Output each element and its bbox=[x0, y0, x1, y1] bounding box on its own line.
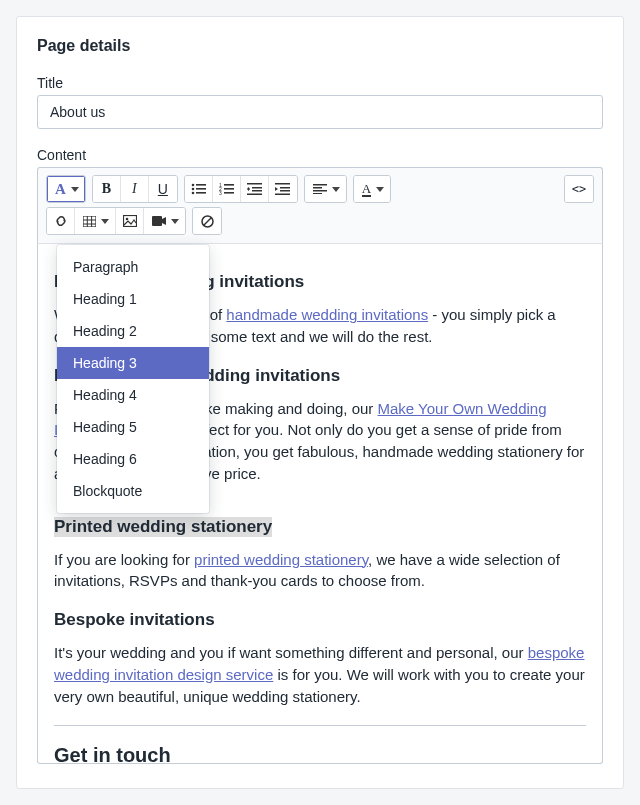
list-group: 123 bbox=[184, 175, 298, 203]
html-group: <> bbox=[564, 175, 594, 203]
svg-marker-14 bbox=[247, 189, 250, 191]
title-label: Title bbox=[37, 75, 603, 91]
bold-icon: B bbox=[102, 181, 111, 197]
svg-rect-1 bbox=[196, 184, 206, 186]
bold-button[interactable]: B bbox=[93, 176, 121, 202]
svg-text:3: 3 bbox=[219, 190, 222, 195]
image-icon bbox=[123, 215, 137, 227]
svg-rect-3 bbox=[196, 188, 206, 190]
chevron-down-icon bbox=[171, 219, 179, 224]
format-option[interactable]: Paragraph bbox=[57, 251, 209, 283]
svg-rect-18 bbox=[275, 183, 290, 185]
video-select[interactable] bbox=[144, 208, 185, 234]
italic-button[interactable]: I bbox=[121, 176, 149, 202]
svg-rect-9 bbox=[224, 188, 234, 190]
content-heading-selected: Printed wedding stationery bbox=[54, 517, 272, 537]
svg-rect-20 bbox=[280, 187, 290, 189]
align-group bbox=[304, 175, 347, 203]
format-a-icon: A bbox=[55, 182, 66, 197]
content-link[interactable]: handmade wedding invitations bbox=[226, 306, 428, 323]
block-icon bbox=[201, 215, 214, 228]
indent-button[interactable] bbox=[269, 176, 297, 202]
content-heading: Bespoke invitations bbox=[54, 610, 586, 630]
text-color-icon: A bbox=[362, 182, 371, 197]
chevron-down-icon bbox=[376, 187, 384, 192]
svg-rect-27 bbox=[83, 216, 96, 227]
link-icon bbox=[54, 214, 68, 228]
svg-rect-25 bbox=[313, 190, 327, 192]
svg-rect-22 bbox=[275, 194, 290, 196]
format-option[interactable]: Blockquote bbox=[57, 475, 209, 507]
chevron-down-icon bbox=[332, 187, 340, 192]
svg-point-4 bbox=[192, 192, 195, 195]
outdent-icon bbox=[247, 183, 262, 195]
svg-rect-11 bbox=[224, 192, 234, 194]
svg-marker-13 bbox=[247, 187, 250, 189]
svg-rect-17 bbox=[247, 194, 262, 196]
format-dropdown: ParagraphHeading 1Heading 2Heading 3Head… bbox=[57, 245, 209, 513]
svg-rect-26 bbox=[313, 193, 322, 194]
chevron-down-icon bbox=[71, 187, 79, 192]
svg-rect-5 bbox=[196, 192, 206, 194]
content-divider bbox=[54, 725, 586, 726]
underline-button[interactable]: U bbox=[149, 176, 177, 202]
table-icon bbox=[83, 216, 96, 227]
clear-group bbox=[192, 207, 222, 235]
format-group: A bbox=[46, 175, 86, 203]
svg-rect-16 bbox=[252, 190, 262, 192]
title-input[interactable] bbox=[37, 95, 603, 129]
svg-rect-12 bbox=[247, 183, 262, 185]
editor-toolbar: A B I U 123 bbox=[37, 167, 603, 244]
clear-format-button[interactable] bbox=[193, 208, 221, 234]
ordered-list-icon: 123 bbox=[219, 183, 234, 195]
bullet-list-button[interactable] bbox=[185, 176, 213, 202]
format-option[interactable]: Heading 4 bbox=[57, 379, 209, 411]
format-option[interactable]: Heading 2 bbox=[57, 315, 209, 347]
svg-rect-23 bbox=[313, 184, 327, 186]
svg-point-33 bbox=[125, 218, 128, 221]
video-icon bbox=[152, 216, 166, 226]
chevron-down-icon bbox=[101, 219, 109, 224]
format-option[interactable]: Heading 1 bbox=[57, 283, 209, 315]
text-color-select[interactable]: A bbox=[354, 176, 390, 202]
card-title: Page details bbox=[37, 37, 603, 55]
text-style-group: B I U bbox=[92, 175, 178, 203]
indent-icon bbox=[275, 183, 290, 195]
outdent-button[interactable] bbox=[241, 176, 269, 202]
image-button[interactable] bbox=[116, 208, 144, 234]
svg-rect-24 bbox=[313, 187, 322, 189]
svg-point-2 bbox=[192, 188, 195, 191]
format-option[interactable]: Heading 3 bbox=[57, 347, 209, 379]
content-link[interactable]: printed wedding stationery bbox=[194, 551, 368, 568]
content-paragraph: If you are looking for printed wedding s… bbox=[54, 549, 586, 593]
svg-marker-35 bbox=[162, 217, 166, 225]
svg-rect-34 bbox=[152, 216, 162, 226]
align-left-icon bbox=[313, 184, 327, 194]
svg-point-0 bbox=[192, 184, 195, 187]
align-select[interactable] bbox=[305, 176, 346, 202]
content-heading: Get in touch bbox=[54, 744, 586, 764]
link-button[interactable] bbox=[47, 208, 75, 234]
svg-line-37 bbox=[203, 217, 211, 225]
svg-marker-19 bbox=[275, 187, 278, 191]
format-select[interactable]: A bbox=[47, 176, 85, 202]
content-paragraph: It's your wedding and you if want someth… bbox=[54, 642, 586, 707]
format-option[interactable]: Heading 5 bbox=[57, 411, 209, 443]
ordered-list-button[interactable]: 123 bbox=[213, 176, 241, 202]
code-icon: <> bbox=[572, 182, 586, 196]
table-select[interactable] bbox=[75, 208, 116, 234]
svg-rect-21 bbox=[280, 190, 290, 192]
svg-rect-15 bbox=[252, 187, 262, 189]
content-label: Content bbox=[37, 147, 603, 163]
format-option[interactable]: Heading 6 bbox=[57, 443, 209, 475]
insert-group bbox=[46, 207, 186, 235]
color-group: A bbox=[353, 175, 391, 203]
italic-icon: I bbox=[132, 181, 137, 197]
bullet-list-icon bbox=[191, 183, 206, 195]
svg-rect-7 bbox=[224, 184, 234, 186]
underline-icon: U bbox=[158, 181, 168, 197]
page-details-card: Page details Title Content A B I U 1 bbox=[16, 16, 624, 789]
html-button[interactable]: <> bbox=[565, 176, 593, 202]
